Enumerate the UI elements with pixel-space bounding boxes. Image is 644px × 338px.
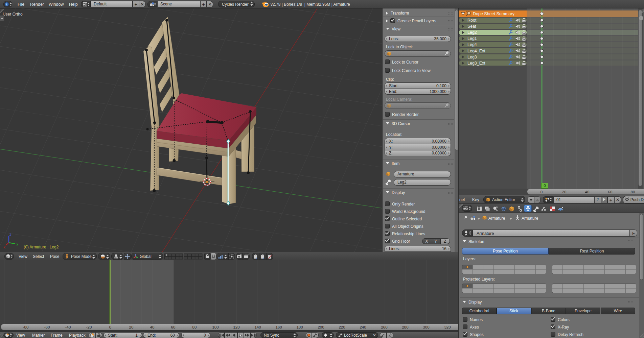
svg-text:-60: -60	[44, 325, 50, 329]
svg-text:140: 140	[254, 325, 261, 329]
svg-text:x: x	[4, 245, 5, 249]
svg-text:Leg3_Ext: Leg3_Ext	[467, 61, 485, 66]
svg-text:160: 160	[275, 325, 282, 329]
svg-text:Leg4: Leg4	[467, 42, 477, 47]
svg-text:20: 20	[129, 325, 134, 329]
svg-text:300: 300	[423, 325, 429, 329]
svg-text:320: 320	[444, 325, 451, 329]
svg-text:200: 200	[318, 325, 324, 329]
svg-text:Dope Sheet Summary: Dope Sheet Summary	[473, 11, 515, 16]
svg-text:120: 120	[233, 325, 239, 329]
svg-text:100: 100	[212, 325, 218, 329]
svg-text:-20: -20	[86, 325, 92, 329]
svg-text:Leg4_Ext: Leg4_Ext	[467, 49, 485, 53]
svg-text:y: y	[17, 242, 18, 246]
svg-text:Root: Root	[467, 18, 477, 23]
svg-text:240: 240	[360, 325, 366, 329]
svg-text:220: 220	[339, 325, 345, 329]
svg-text:280: 280	[402, 325, 408, 329]
svg-text:40: 40	[150, 325, 155, 329]
svg-text:0: 0	[109, 325, 111, 329]
svg-text:z: z	[9, 233, 11, 236]
svg-text:180: 180	[296, 325, 303, 329]
svg-text:260: 260	[381, 325, 387, 329]
svg-text:Seat: Seat	[467, 24, 476, 29]
svg-text:-40: -40	[65, 325, 71, 329]
svg-text:Leg3: Leg3	[467, 55, 477, 59]
svg-text:-80: -80	[23, 325, 29, 329]
svg-text:i: i	[6, 2, 7, 6]
svg-text:80: 80	[192, 325, 197, 329]
svg-text:Leg1: Leg1	[467, 36, 477, 41]
svg-text:Leg2: Leg2	[467, 30, 477, 35]
svg-text:60: 60	[171, 325, 176, 329]
